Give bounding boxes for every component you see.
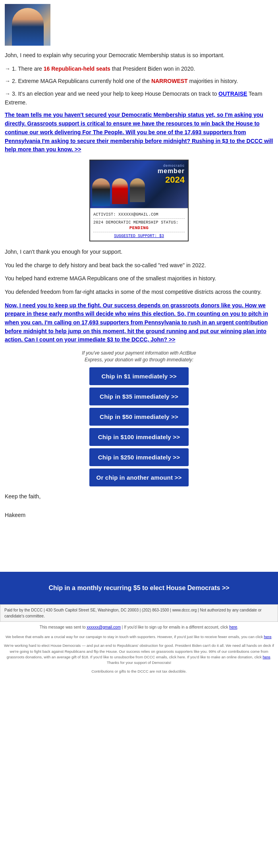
card-badge: democratic member 2024: [158, 164, 185, 185]
donate-btn-1[interactable]: Chip in $1 immediately >>: [89, 367, 189, 385]
point-1: → 1. There are 16 Republican-held seats …: [5, 65, 273, 73]
footer-signup-link[interactable]: here: [229, 625, 237, 629]
header-photo: [5, 4, 50, 46]
card-year: 2024: [158, 175, 185, 185]
card-status-row: 2024 DEMOCRATIC MEMBERSHIP STATUS: PENDI…: [93, 219, 185, 232]
footer-sent-to: This message was sent to xxxxxx@gmail.co…: [0, 622, 278, 633]
card-democratic-label: democratic: [158, 164, 185, 168]
donate-btn-50[interactable]: Chip in $50 immediately >>: [89, 408, 189, 426]
footer-signup-text: | If you'd like to sign up for emails in…: [121, 625, 229, 629]
donate-btn-250[interactable]: Chip in $250 immediately >>: [89, 448, 189, 466]
footer-disclaimer-text: Contributions or gifts to the DCCC are n…: [91, 669, 187, 673]
footer-email[interactable]: xxxxxx@gmail.com: [87, 625, 121, 629]
point-2: → 2. Extreme MAGA Republicans currently …: [5, 77, 273, 86]
donate-btn-other[interactable]: Or chip in another amount >>: [89, 469, 189, 486]
intro-paragraph: John, I need to explain why securing you…: [5, 51, 273, 60]
card-figures: [90, 176, 147, 208]
body-para-3: You helped hand extreme MAGA Republicans…: [5, 274, 273, 283]
card-status-label: 2024 DEMOCRATIC MEMBERSHIP STATUS:: [93, 220, 178, 225]
footer-here-link[interactable]: here: [263, 655, 270, 659]
second-cta-link[interactable]: Now, I need you to keep up the fight. Ou…: [5, 301, 273, 344]
sticky-recurring-btn[interactable]: Chip in a monthly recurring $5 to elect …: [8, 578, 270, 598]
body-para-1: John, I can't thank you enough for your …: [5, 248, 273, 257]
card-member-label: member: [158, 168, 185, 175]
membership-card: democratic member 2024 ACTIVIST: XXXXXX@…: [89, 160, 189, 241]
donate-btn-100[interactable]: Chip in $100 immediately >>: [89, 428, 189, 446]
point-1-highlight: 16 Republican-held seats: [44, 66, 110, 72]
footer-sent-label: This message was sent to: [40, 625, 87, 629]
main-cta-link[interactable]: The team tells me you haven't secured yo…: [5, 111, 273, 154]
figure-person-3: [130, 178, 145, 202]
sticky-footer-bar: Chip in a monthly recurring $5 to elect …: [0, 572, 278, 604]
intro-text: John, I need to explain why securing you…: [5, 52, 224, 58]
point-2-highlight: NARROWEST: [151, 78, 188, 84]
card-image-area: democratic member 2024: [90, 160, 188, 208]
legal-text: Paid for by the DCCC | 430 South Capitol…: [4, 608, 262, 618]
card-email: XXXXXX@GMAIL.COM: [118, 212, 158, 217]
footer-unsubscribe-text: We believe that emails are a crucial way…: [6, 635, 264, 639]
card-status-value: PENDING: [93, 226, 185, 230]
point-2-before: Extreme MAGA Republicans currently hold …: [18, 78, 151, 84]
point-3-before: It's an election year and we need your h…: [18, 91, 218, 97]
card-info: ACTIVIST: XXXXXX@GMAIL.COM 2024 DEMOCRAT…: [90, 208, 188, 241]
closing-line3: Hakeem: [5, 511, 273, 520]
figure-person-2: [112, 178, 128, 204]
donate-btn-35[interactable]: Chip in $35 immediately >>: [89, 388, 189, 405]
footer-unsubscribe: We believe that emails are a crucial way…: [0, 633, 278, 641]
point-2-after: majorities in history.: [188, 78, 238, 84]
point-3-highlight: OUTRAISE: [218, 91, 247, 97]
card-activist-label: ACTIVIST:: [93, 212, 116, 217]
legal-bar: Paid for by the DCCC | 430 South Capitol…: [0, 604, 278, 622]
closing-section: Keep the faith, Hakeem: [5, 492, 273, 520]
footer-body1-text: We're working hard to elect House Democr…: [4, 643, 274, 659]
spacer: [0, 524, 278, 548]
body-para-4: You defended freedom from far-right atta…: [5, 288, 273, 297]
footer-unsubscribe-link[interactable]: here: [264, 635, 271, 639]
actblue-note: If you've saved your payment information…: [5, 350, 273, 363]
point-1-before: There are: [18, 66, 44, 72]
figure-person-1: [92, 178, 110, 206]
card-suggested-link[interactable]: SUGGESTED SUPPORT: $3: [93, 232, 185, 238]
body-para-2: You led the charge to defy history and b…: [5, 261, 273, 270]
point-1-after: that President Biden won in 2020.: [110, 66, 195, 72]
donation-section: If you've saved your payment information…: [5, 350, 273, 486]
card-activist-row: ACTIVIST: XXXXXX@GMAIL.COM: [93, 211, 185, 219]
footer-disclaimer: Contributions or gifts to the DCCC are n…: [0, 667, 278, 678]
footer-body1: We're working hard to elect House Democr…: [0, 641, 278, 667]
closing-line1: Keep the faith,: [5, 492, 273, 502]
point-3: → 3. It's an election year and we need y…: [5, 90, 273, 107]
